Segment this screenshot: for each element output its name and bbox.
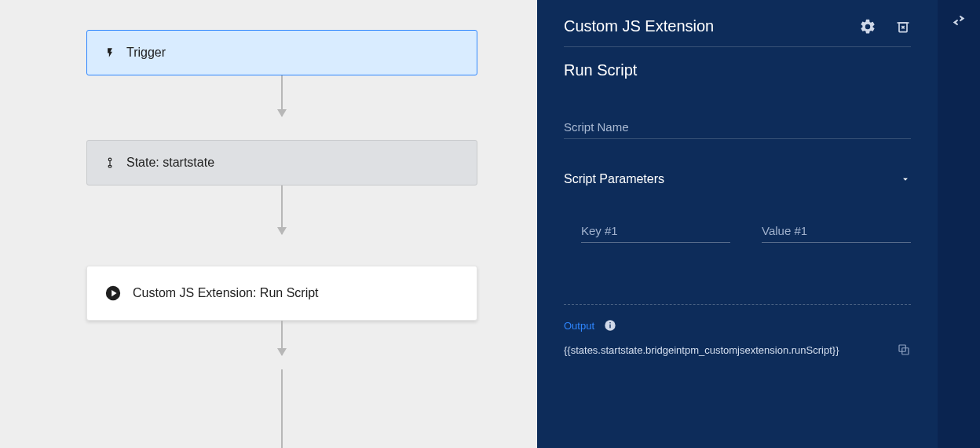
info-icon[interactable] — [604, 319, 616, 332]
panel-subtitle: Run Script — [564, 61, 911, 79]
svg-rect-2 — [108, 166, 112, 167]
divider — [564, 304, 911, 305]
node-action-label: Custom JS Extension: Run Script — [133, 286, 319, 300]
output-header: Output — [564, 319, 911, 332]
script-params-label: Script Parameters — [564, 172, 900, 186]
connector-arrow — [281, 185, 283, 234]
swap-icon[interactable] — [951, 13, 967, 448]
output-expression: {{states.startstate.bridgeintpm_customjs… — [564, 344, 887, 356]
caret-down-icon — [900, 174, 911, 185]
flow-canvas[interactable]: Trigger State: startstate Custom JS Exte… — [0, 0, 537, 448]
bolt-icon — [104, 46, 115, 60]
state-icon — [104, 156, 115, 170]
script-name-input[interactable] — [564, 138, 911, 139]
svg-rect-5 — [609, 325, 610, 329]
node-state-label: State: startstate — [126, 156, 214, 170]
node-action[interactable]: Custom JS Extension: Run Script — [86, 266, 477, 321]
play-circle-icon — [104, 285, 122, 302]
svg-point-0 — [108, 158, 112, 161]
param-value-input[interactable] — [762, 221, 911, 243]
right-rail — [938, 0, 980, 448]
script-params-toggle[interactable]: Script Parameters — [564, 172, 911, 186]
node-trigger[interactable]: Trigger — [86, 30, 477, 75]
panel-header: Custom JS Extension — [564, 17, 911, 35]
panel-title: Custom JS Extension — [564, 17, 840, 35]
delete-icon[interactable] — [895, 19, 911, 35]
connector-arrow — [281, 321, 283, 355]
divider — [564, 46, 911, 47]
param-key-input[interactable] — [581, 221, 730, 243]
copy-icon[interactable] — [897, 343, 911, 357]
node-state[interactable]: State: startstate — [86, 140, 477, 185]
node-trigger-label: Trigger — [126, 46, 166, 60]
output-label: Output — [564, 320, 594, 332]
svg-rect-6 — [609, 322, 610, 323]
connector-line — [281, 369, 283, 448]
output-expression-row: {{states.startstate.bridgeintpm_customjs… — [564, 343, 911, 357]
gear-icon[interactable] — [859, 18, 876, 35]
connector-arrow — [281, 75, 283, 116]
script-name-label: Script Name — [564, 120, 911, 134]
param-row — [564, 221, 911, 243]
properties-panel: Custom JS Extension Run Script Script Na… — [537, 0, 938, 448]
